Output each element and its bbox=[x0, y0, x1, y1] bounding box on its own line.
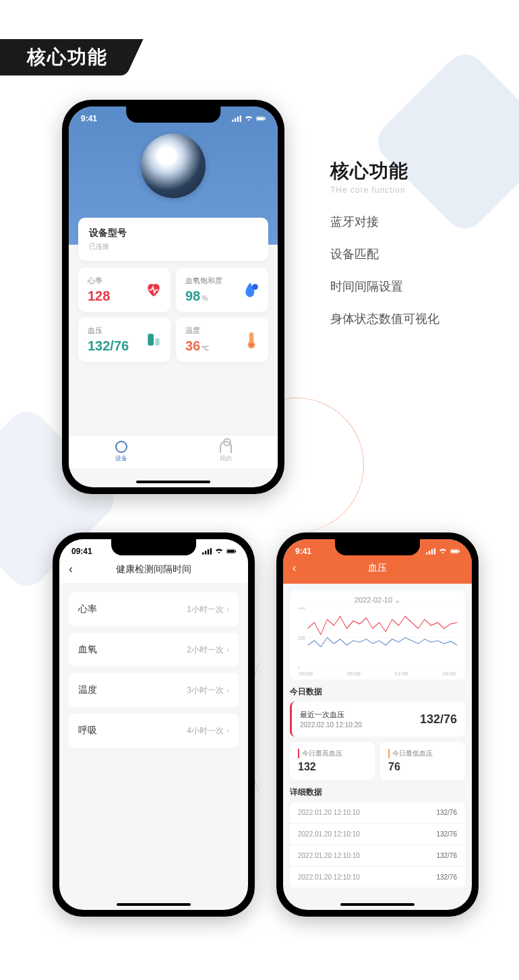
svg-text:100: 100 bbox=[298, 635, 305, 642]
home-indicator[interactable] bbox=[136, 481, 210, 483]
chevron-right-icon: › bbox=[226, 726, 229, 735]
device-model-label: 设备型号 bbox=[89, 227, 257, 239]
svg-rect-11 bbox=[202, 553, 204, 555]
phone-device-dashboard: 9:41 设备型号 已连接 心率 128 血氧饱和度 98% bbox=[62, 100, 284, 494]
svg-rect-8 bbox=[148, 334, 154, 345]
svg-rect-5 bbox=[257, 117, 264, 120]
phone-notch bbox=[126, 106, 220, 123]
avatar[interactable] bbox=[141, 133, 206, 198]
feature-item: 蓝牙对接 bbox=[330, 214, 439, 230]
phone-notch bbox=[111, 539, 196, 555]
svg-rect-0 bbox=[232, 120, 233, 122]
metric-blood-pressure[interactable]: 血压 132/76 bbox=[78, 317, 171, 362]
page-title: 血压 bbox=[368, 562, 387, 574]
svg-rect-21 bbox=[434, 548, 435, 554]
section-title: 详细数据 bbox=[290, 787, 465, 798]
section-badge: 核心功能 bbox=[0, 39, 127, 75]
status-time: 09:41 bbox=[71, 547, 92, 556]
status-icons bbox=[232, 115, 266, 122]
phone-interval-settings: 09:41 ‹ 健康检测间隔时间 心率 1小时一次 › 血氧 2小时一次 › 温… bbox=[53, 532, 255, 917]
interval-item[interactable]: 血氧 2小时一次 › bbox=[69, 633, 239, 667]
metric-temperature[interactable]: 温度 36℃ bbox=[176, 317, 268, 362]
chart-x-axis: 00:0006:0012:0018:00 bbox=[297, 671, 458, 677]
home-indicator[interactable] bbox=[340, 903, 415, 906]
chevron-right-icon: › bbox=[226, 605, 229, 614]
chevron-right-icon: › bbox=[226, 685, 229, 695]
svg-rect-12 bbox=[205, 551, 206, 554]
svg-rect-1 bbox=[235, 118, 236, 121]
phone-blood-pressure: 9:41 ‹ 血压 2022-02-10 ⌄ 0100200 00:0006:0… bbox=[276, 532, 479, 917]
device-card[interactable]: 设备型号 已连接 bbox=[78, 218, 268, 261]
page-title: 健康检测间隔时间 bbox=[116, 563, 191, 576]
svg-rect-19 bbox=[429, 551, 430, 554]
feature-item: 身体状态数值可视化 bbox=[330, 311, 439, 327]
svg-rect-14 bbox=[210, 548, 212, 554]
svg-rect-2 bbox=[237, 117, 239, 122]
svg-rect-20 bbox=[431, 549, 433, 555]
side-panel: 核心功能 THe core function 蓝牙对接 设备匹配 时间间隔设置 … bbox=[330, 158, 439, 343]
svg-rect-16 bbox=[228, 550, 234, 553]
bp-chart: 0100200 bbox=[297, 607, 458, 668]
svg-rect-9 bbox=[155, 338, 160, 346]
metric-spo2[interactable]: 血氧饱和度 98% bbox=[176, 268, 268, 312]
status-icons bbox=[202, 548, 236, 555]
heart-icon bbox=[145, 281, 162, 299]
recent-bp-card[interactable]: 最近一次血压 2022.02.10 12:10:20 132/76 bbox=[290, 702, 465, 737]
person-icon bbox=[220, 441, 232, 453]
svg-rect-17 bbox=[235, 551, 236, 552]
feature-item: 时间间隔设置 bbox=[330, 278, 439, 295]
side-subtitle: THe core function bbox=[330, 185, 439, 195]
svg-text:0: 0 bbox=[298, 665, 301, 668]
svg-point-7 bbox=[252, 284, 258, 290]
date-picker[interactable]: 2022-02-10 ⌄ bbox=[297, 596, 458, 605]
chart-card: 2022-02-10 ⌄ 0100200 00:0006:0012:0018:0… bbox=[290, 590, 465, 679]
svg-rect-13 bbox=[208, 549, 209, 555]
gauge-icon bbox=[145, 331, 162, 348]
svg-rect-18 bbox=[426, 553, 427, 555]
interval-item[interactable]: 呼吸 4小时一次 › bbox=[69, 714, 239, 747]
droplet-icon bbox=[243, 281, 260, 299]
interval-item[interactable]: 心率 1小时一次 › bbox=[69, 592, 239, 626]
tab-bar: 设备 我的 bbox=[69, 435, 278, 468]
section-title: 今日数据 bbox=[290, 686, 465, 698]
status-time: 9:41 bbox=[295, 547, 311, 556]
svg-rect-24 bbox=[459, 551, 460, 552]
svg-rect-23 bbox=[452, 550, 458, 553]
svg-text:200: 200 bbox=[298, 607, 305, 611]
detail-row[interactable]: 2022.01.20 12:10:10132/76 bbox=[290, 845, 465, 867]
svg-rect-3 bbox=[240, 115, 241, 121]
back-button[interactable]: ‹ bbox=[293, 562, 296, 574]
back-button[interactable]: ‹ bbox=[69, 562, 73, 576]
side-title: 核心功能 bbox=[330, 158, 439, 184]
chevron-down-icon: ⌄ bbox=[394, 596, 400, 604]
metric-heart-rate[interactable]: 心率 128 bbox=[78, 268, 171, 312]
feature-item: 设备匹配 bbox=[330, 246, 439, 262]
detail-row[interactable]: 2022.01.20 12:10:10132/76 bbox=[290, 824, 465, 845]
device-icon bbox=[115, 441, 127, 453]
phone-notch bbox=[335, 539, 420, 555]
status-icons bbox=[426, 548, 460, 555]
high-bp-card[interactable]: 今日最高血压 132 bbox=[290, 742, 375, 780]
status-time: 9:41 bbox=[81, 114, 97, 123]
interval-item[interactable]: 温度 3小时一次 › bbox=[69, 673, 239, 707]
device-status: 已连接 bbox=[89, 242, 257, 251]
tab-device[interactable]: 设备 bbox=[69, 435, 173, 468]
thermometer-icon bbox=[243, 331, 260, 348]
detail-row[interactable]: 2022.01.20 12:10:10132/76 bbox=[290, 802, 465, 824]
svg-rect-6 bbox=[265, 118, 266, 119]
detail-row[interactable]: 2022.01.20 12:10:10132/76 bbox=[290, 867, 465, 888]
chevron-right-icon: › bbox=[226, 645, 229, 654]
tab-mine[interactable]: 我的 bbox=[173, 435, 278, 468]
low-bp-card[interactable]: 今日最低血压 76 bbox=[380, 742, 465, 780]
svg-point-10 bbox=[249, 343, 253, 346]
home-indicator[interactable] bbox=[117, 903, 191, 906]
